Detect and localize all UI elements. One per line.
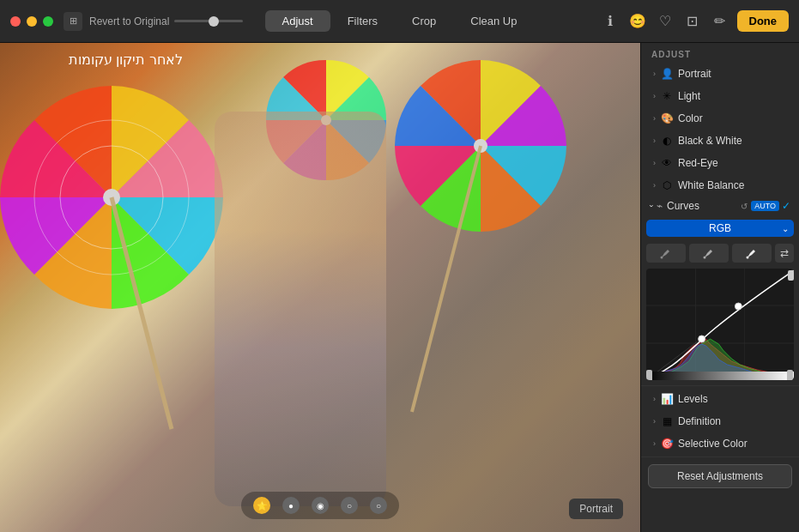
brightness-slider[interactable] bbox=[174, 20, 243, 22]
eyedropper-black-icon bbox=[660, 247, 672, 259]
eyedropper-white-icon bbox=[746, 247, 758, 259]
tab-crop[interactable]: Crop bbox=[395, 10, 453, 32]
close-button[interactable] bbox=[10, 16, 21, 27]
wb-icon: ⬡ bbox=[660, 178, 674, 192]
share-button[interactable]: ⊡ bbox=[682, 11, 703, 32]
eyedropper-white-button[interactable] bbox=[732, 244, 772, 263]
emoji-button[interactable]: 😊 bbox=[627, 11, 648, 32]
bw-icon: ◐ bbox=[660, 134, 674, 148]
svg-point-12 bbox=[747, 257, 749, 259]
definition-icon: ▦ bbox=[660, 414, 674, 428]
chevron-icon: › bbox=[653, 114, 656, 123]
adjust-item-definition[interactable]: › ▦ Definition bbox=[645, 410, 796, 432]
heart-button[interactable]: ♡ bbox=[655, 11, 675, 32]
svg-point-1 bbox=[103, 189, 120, 206]
chevron-icon: › bbox=[653, 92, 656, 100]
tool-star[interactable]: ⭐ bbox=[253, 497, 270, 514]
curves-check-icon: ✓ bbox=[782, 200, 790, 212]
wb-label: White Balance bbox=[678, 179, 744, 191]
rgb-channel-select[interactable]: RGB Red Green Blue Luminance bbox=[646, 220, 794, 237]
chevron-icon: › bbox=[653, 159, 656, 167]
curves-header[interactable]: › ⌁ Curves ↺ AUTO ✓ bbox=[641, 196, 799, 215]
svg-point-4 bbox=[474, 139, 487, 153]
adjust-item-bw[interactable]: › ◐ Black & White bbox=[645, 130, 796, 152]
curves-graph[interactable] bbox=[646, 269, 794, 380]
auto-badge[interactable]: AUTO bbox=[751, 201, 779, 211]
view-toggle-icon[interactable]: ⊞ bbox=[64, 12, 82, 31]
fullscreen-button[interactable] bbox=[43, 16, 53, 27]
svg-line-6 bbox=[112, 197, 172, 429]
color-icon: 🎨 bbox=[660, 112, 674, 125]
svg-point-2 bbox=[60, 146, 163, 249]
color-label: Color bbox=[678, 112, 703, 124]
right-icons: ℹ 😊 ♡ ⊡ ✏ Done bbox=[600, 10, 790, 32]
swap-button[interactable]: ⇄ bbox=[775, 244, 794, 263]
titlebar: ⊞ Revert to Original Adjust Filters Crop… bbox=[0, 0, 799, 43]
adjust-item-light[interactable]: › ✳ Light bbox=[645, 85, 796, 107]
right-panel: ADJUST › 👤 Portrait › ✳ Light › 🎨 Color … bbox=[640, 43, 799, 532]
tool-circle3[interactable]: ○ bbox=[341, 497, 358, 514]
adjust-item-color[interactable]: › 🎨 Color bbox=[645, 107, 796, 130]
panel-header: ADJUST bbox=[641, 43, 799, 63]
bw-label: Black & White bbox=[678, 135, 742, 147]
tool-circle1[interactable]: ● bbox=[282, 497, 300, 514]
info-button[interactable]: ℹ bbox=[600, 11, 620, 32]
adjust-item-levels[interactable]: › 📊 Levels bbox=[645, 388, 796, 410]
portrait-icon: 👤 bbox=[660, 67, 674, 81]
chevron-icon: › bbox=[653, 439, 656, 448]
adjust-item-portrait[interactable]: › 👤 Portrait bbox=[645, 63, 796, 85]
chevron-icon: › bbox=[653, 395, 656, 403]
curves-icon: ⌁ bbox=[657, 200, 663, 212]
light-icon: ✳ bbox=[660, 89, 674, 103]
svg-point-0 bbox=[0, 86, 223, 309]
chevron-icon: › bbox=[653, 181, 656, 190]
curves-reset-icon[interactable]: ↺ bbox=[741, 202, 748, 211]
svg-rect-8 bbox=[215, 112, 386, 506]
fan-left bbox=[0, 86, 223, 309]
chevron-icon: › bbox=[653, 70, 656, 78]
more-button[interactable]: ✏ bbox=[710, 11, 730, 32]
adjust-item-selective-color[interactable]: › 🎯 Selective Color bbox=[645, 432, 796, 455]
divider-bottom bbox=[641, 456, 799, 457]
eyedropper-black-button[interactable] bbox=[646, 244, 686, 263]
fan-right bbox=[395, 60, 566, 232]
curves-chevron-icon: › bbox=[647, 205, 656, 208]
image-area: לאחר תיקון עקומות bbox=[0, 43, 640, 532]
adjust-item-redeye[interactable]: › 👁 Red-Eye bbox=[645, 152, 796, 174]
tool-circle2[interactable]: ◉ bbox=[312, 497, 329, 514]
curves-bottom-gradient bbox=[646, 372, 794, 380]
done-button[interactable]: Done bbox=[737, 10, 790, 32]
nav-tabs: Adjust Filters Crop Clean Up bbox=[265, 10, 535, 32]
levels-label: Levels bbox=[678, 393, 708, 405]
portrait-button[interactable]: Portrait bbox=[569, 499, 623, 519]
selective-color-icon: 🎯 bbox=[660, 437, 674, 450]
eyedropper-row: ⇄ bbox=[641, 241, 799, 265]
light-label: Light bbox=[678, 90, 700, 102]
curves-right-thumb[interactable] bbox=[787, 370, 793, 380]
eyedropper-gray-icon bbox=[703, 247, 715, 259]
photo-canvas bbox=[0, 43, 640, 532]
svg-line-7 bbox=[412, 146, 481, 412]
portrait-label: Portrait bbox=[678, 68, 711, 80]
selective-color-label: Selective Color bbox=[678, 438, 748, 450]
tab-adjust[interactable]: Adjust bbox=[265, 10, 330, 32]
minimize-button[interactable] bbox=[27, 16, 37, 27]
levels-icon: 📊 bbox=[660, 392, 674, 406]
svg-point-5 bbox=[321, 115, 331, 125]
eyedropper-gray-button[interactable] bbox=[689, 244, 729, 263]
revert-button[interactable]: Revert to Original bbox=[89, 15, 169, 27]
traffic-lights bbox=[10, 16, 53, 27]
curves-left-thumb[interactable] bbox=[646, 370, 652, 380]
chevron-icon: › bbox=[653, 417, 656, 426]
rgb-select-wrapper: RGB Red Green Blue Luminance ⌄ bbox=[646, 217, 794, 239]
bottom-toolbar: ⭐ ● ◉ ○ ○ bbox=[241, 492, 399, 519]
tab-cleanup[interactable]: Clean Up bbox=[453, 10, 534, 32]
histogram-svg bbox=[646, 269, 794, 380]
divider bbox=[641, 385, 799, 386]
tool-circle4[interactable]: ○ bbox=[370, 497, 387, 514]
tab-filters[interactable]: Filters bbox=[330, 10, 395, 32]
curves-label: Curves bbox=[667, 200, 741, 212]
photo-decoration bbox=[0, 43, 640, 532]
adjust-item-wb[interactable]: › ⬡ White Balance bbox=[645, 174, 796, 196]
reset-adjustments-button[interactable]: Reset Adjustments bbox=[648, 464, 792, 488]
